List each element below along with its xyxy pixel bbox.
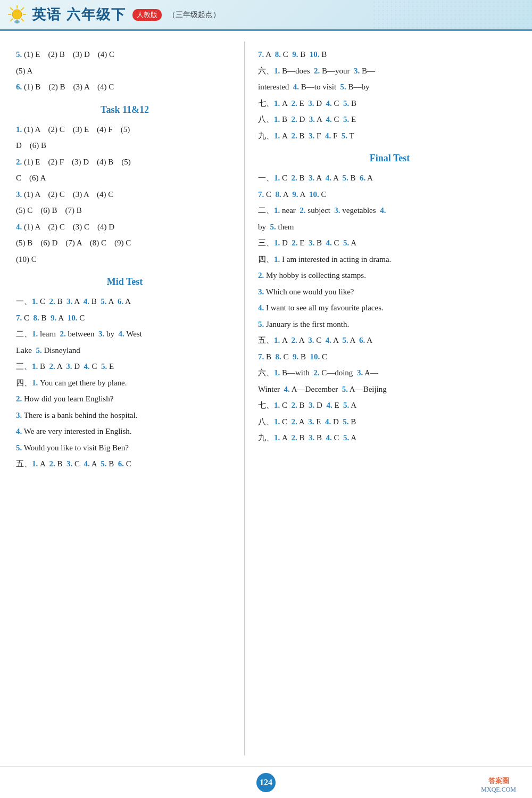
answer-line: D (6) B xyxy=(16,138,234,153)
answer-line: 二、1. near 2. subject 3. vegetables 4. xyxy=(258,203,521,218)
answer-line: 一、1. C 2. B 3. A 4. B 5. A 6. A xyxy=(16,294,234,309)
answer-line: 5. January is the first month. xyxy=(258,317,521,332)
answer-line: 二、1. learn 2. between 3. by 4. West xyxy=(16,326,234,342)
answer-line: 四、1. You can get there by plane. xyxy=(16,375,234,391)
mid-test-answers: 一、1. C 2. B 3. A 4. B 5. A 6. A 7. C 8. … xyxy=(16,294,234,472)
answer-line: 九、1. A 2. B 3. F 4. F 5. T xyxy=(258,128,521,144)
header-decoration xyxy=(372,0,532,31)
watermark-line2: MXQE.COM xyxy=(481,786,516,794)
page-footer: 124 答案圈 MXQE.COM xyxy=(0,766,532,798)
answer-line: 一、1. C 2. B 3. A 4. A 5. B 6. A xyxy=(258,170,521,186)
page-header: 英语 六年级下 人教版 （三年级起点） xyxy=(0,0,532,31)
task-answers: 1. (1) A (2) C (3) E (4) F (5) D (6) B 2… xyxy=(16,122,234,267)
svg-line-8 xyxy=(10,19,13,21)
answer-line: 4. We are very interested in English. xyxy=(16,424,234,439)
header-subtitle: （三年级起点） xyxy=(168,10,220,20)
answer-line: 三、1. B 2. A 3. D 4. C 5. E xyxy=(16,359,234,374)
section1-answers: 5. (1) E (2) B (3) D (4) C (5) A 6. (1) … xyxy=(16,47,234,95)
svg-line-7 xyxy=(21,7,24,10)
svg-line-5 xyxy=(10,7,13,10)
answer-line: (5) B (6) D (7) A (8) C (9) C xyxy=(16,235,234,251)
svg-line-6 xyxy=(21,19,24,21)
answer-line: 7. C 8. A 9. A 10. C xyxy=(258,187,521,202)
answer-line: 7. C 8. B 9. A 10. C xyxy=(16,310,234,326)
answer-line: 2. My hobby is collecting stamps. xyxy=(258,268,521,283)
watermark: 答案圈 MXQE.COM xyxy=(481,776,516,794)
final-test-title: Final Test xyxy=(258,153,521,164)
watermark-line1: 答案圈 xyxy=(481,776,516,786)
final-test-answers: 一、1. C 2. B 3. A 4. A 5. B 6. A 7. C 8. … xyxy=(258,170,521,446)
right-top-answers: 7. A 8. C 9. B 10. B 六、1. B—does 2. B—yo… xyxy=(258,47,521,143)
answer-line: 八、1. C 2. A 3. E 4. D 5. B xyxy=(258,414,521,430)
answer-line: 3. Which one would you like? xyxy=(258,284,521,300)
answer-line: interested 4. B—to visit 5. B—by xyxy=(258,79,521,95)
answer-line: 5. Would you like to visit Big Ben? xyxy=(16,440,234,456)
page-content: 5. (1) E (2) B (3) D (4) C (5) A 6. (1) … xyxy=(0,31,532,766)
answer-line: 6. (1) B (2) B (3) A (4) C xyxy=(16,79,234,95)
task-title: Task 11&12 xyxy=(16,104,234,116)
answer-line: 2. How did you learn English? xyxy=(16,391,234,407)
answer-line: 3. (1) A (2) C (3) A (4) C xyxy=(16,187,234,202)
mid-test-title: Mid Test xyxy=(16,276,234,287)
answer-line: (5) A xyxy=(16,63,234,79)
answer-line: 五、1. A 2. B 3. C 4. A 5. B 6. C xyxy=(16,456,234,472)
right-column: 7. A 8. C 9. B 10. B 六、1. B—does 2. B—yo… xyxy=(245,42,532,755)
answer-line: 7. B 8. C 9. B 10. C xyxy=(258,349,521,365)
answer-line: (10) C xyxy=(16,252,234,267)
answer-line: by 5. them xyxy=(258,219,521,235)
answer-line: Winter 4. A—December 5. A—Beijing xyxy=(258,382,521,397)
answer-line: 五、1. A 2. A 3. C 4. A 5. A 6. A xyxy=(258,333,521,348)
answer-line: (5) C (6) B (7) B xyxy=(16,203,234,218)
left-column: 5. (1) E (2) B (3) D (4) C (5) A 6. (1) … xyxy=(0,42,245,755)
answer-line: 4. (1) A (2) C (3) C (4) D xyxy=(16,219,234,235)
answer-line: 七、1. A 2. E 3. D 4. C 5. B xyxy=(258,96,521,111)
header-title: 英语 六年级下 xyxy=(32,5,126,24)
answer-line: 六、1. B—with 2. C—doing 3. A— xyxy=(258,365,521,381)
answer-line: 九、1. A 2. B 3. B 4. C 5. A xyxy=(258,430,521,446)
answer-line: 2. (1) E (2) F (3) D (4) B (5) xyxy=(16,154,234,170)
answer-line: 七、1. C 2. B 3. D 4. E 5. A xyxy=(258,398,521,413)
answer-line: Lake 5. Disneyland xyxy=(16,343,234,358)
svg-point-0 xyxy=(12,10,22,19)
answer-line: 5. (1) E (2) B (3) D (4) C xyxy=(16,47,234,62)
page-number: 124 xyxy=(256,773,276,792)
answer-line: 三、1. D 2. E 3. B 4. C 5. A xyxy=(258,235,521,251)
answer-line: 八、1. B 2. D 3. A 4. C 5. E xyxy=(258,112,521,127)
header-badge: 人教版 xyxy=(132,9,162,21)
answer-line: 3. There is a bank behind the hospital. xyxy=(16,408,234,423)
answer-line: 7. A 8. C 9. B 10. B xyxy=(258,47,521,62)
answer-line: 四、1. I am interested in acting in drama. xyxy=(258,252,521,267)
answer-line: 六、1. B—does 2. B—your 3. B— xyxy=(258,63,521,79)
logo-icon xyxy=(5,3,32,29)
svg-point-9 xyxy=(14,20,20,23)
answer-line: C (6) A xyxy=(16,170,234,186)
answer-line: 1. (1) A (2) C (3) E (4) F (5) xyxy=(16,122,234,137)
answer-line: 4. I want to see all my favourite places… xyxy=(258,300,521,316)
